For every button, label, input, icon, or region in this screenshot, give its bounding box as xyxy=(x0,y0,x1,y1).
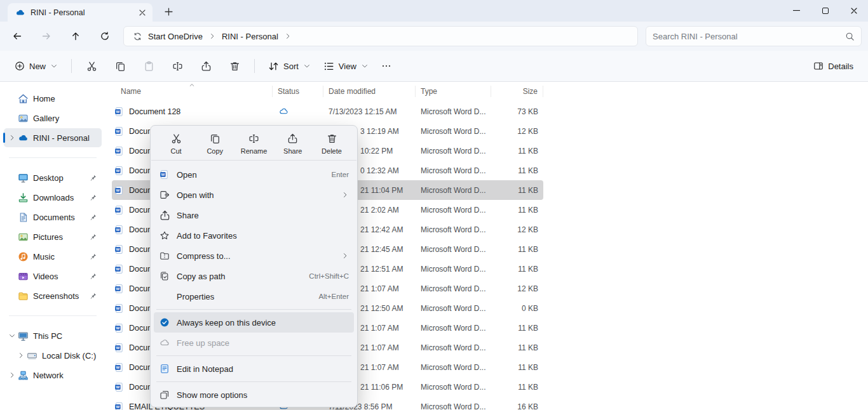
chevron-right-icon[interactable] xyxy=(7,134,17,142)
tab-close-icon[interactable] xyxy=(136,6,149,19)
maximize-button[interactable] xyxy=(811,0,839,21)
sidebar-separator xyxy=(9,315,97,316)
copy-icon xyxy=(210,133,220,144)
column-header-date-modified[interactable]: Date modified xyxy=(323,86,416,97)
breadcrumb-item-start-onedrive[interactable]: Start OneDrive xyxy=(128,29,208,44)
menu-item-free-up-space[interactable]: Free up space xyxy=(154,333,354,353)
refresh-button[interactable] xyxy=(94,26,116,46)
menu-item-open[interactable]: WOpenEnter xyxy=(154,164,354,185)
toolbar-actions xyxy=(79,55,247,77)
file-row-document-128[interactable]: WDocument 1287/13/2023 12:15 AMMicrosoft… xyxy=(112,102,543,121)
titlebar: RINI - Personal xyxy=(0,0,868,22)
word-icon: W xyxy=(114,264,125,274)
view-button[interactable]: View xyxy=(318,55,374,77)
quick-share-button[interactable]: Share xyxy=(278,131,308,157)
star-icon xyxy=(159,230,170,241)
rename-button[interactable] xyxy=(165,55,189,77)
file-size: 12 KB xyxy=(491,127,543,136)
column-header-name[interactable]: Name xyxy=(112,86,273,97)
menu-separator xyxy=(156,381,351,382)
menu-item-compress-to[interactable]: Compress to... xyxy=(154,246,354,266)
up-button[interactable] xyxy=(65,26,86,46)
menu-item-add-to-favorites[interactable]: Add to Favorites xyxy=(154,225,354,246)
word-icon: W xyxy=(114,343,125,353)
menu-item-copy-as-path[interactable]: Copy as pathCtrl+Shift+C xyxy=(154,266,354,286)
menu-item-label: Open xyxy=(177,170,325,180)
documents-icon xyxy=(17,212,30,223)
sort-button[interactable]: Sort xyxy=(262,55,316,77)
menu-item-label: Show more options xyxy=(177,390,349,400)
sidebar-item-label: Videos xyxy=(30,272,90,281)
new-button[interactable]: New xyxy=(9,55,64,77)
menu-item-open-with[interactable]: Open with xyxy=(154,185,354,205)
sidebar-item-local-disk-c[interactable]: Local Disk (C:) xyxy=(13,346,102,365)
file-type: Microsoft Word D... xyxy=(416,324,491,333)
sidebar-item-pictures[interactable]: Pictures xyxy=(4,227,102,246)
close-button[interactable] xyxy=(839,0,868,21)
chevron-right-icon[interactable] xyxy=(16,352,25,359)
view-button-label: View xyxy=(339,62,356,71)
explorer-tab[interactable]: RINI - Personal xyxy=(8,3,153,22)
chevron-down-icon xyxy=(50,62,58,70)
sidebar-item-rini-personal[interactable]: RINI - Personal xyxy=(4,128,102,147)
cut-button[interactable] xyxy=(79,55,104,77)
svg-text:W: W xyxy=(116,227,119,232)
copy-button[interactable] xyxy=(108,55,132,77)
status-cell xyxy=(273,107,323,116)
sidebar-item-network[interactable]: Network xyxy=(4,366,102,385)
sidebar-item-this-pc[interactable]: This PC xyxy=(4,326,102,345)
chevron-right-icon[interactable] xyxy=(7,371,17,379)
forward-button[interactable] xyxy=(36,26,57,46)
pin-icon xyxy=(90,233,97,241)
minimize-button[interactable] xyxy=(782,0,811,21)
search-input[interactable] xyxy=(653,32,845,41)
new-tab-button[interactable] xyxy=(160,3,177,20)
column-header-size[interactable]: Size xyxy=(491,86,543,97)
menu-item-edit-in-notepad[interactable]: Edit in Notepad xyxy=(154,359,354,379)
sidebar-separator xyxy=(9,157,97,158)
sidebar-item-videos[interactable]: Videos xyxy=(4,267,102,286)
chevron-down-icon[interactable] xyxy=(7,332,17,340)
sidebar-item-screenshots[interactable]: Screenshots xyxy=(4,286,102,305)
sidebar-item-gallery[interactable]: Gallery xyxy=(4,109,102,128)
back-button[interactable] xyxy=(6,26,28,46)
quick-delete-button[interactable]: Delete xyxy=(316,131,347,157)
svg-text:W: W xyxy=(116,247,119,251)
quick-copy-button[interactable]: Copy xyxy=(200,131,230,157)
more-options-button[interactable] xyxy=(376,55,397,77)
file-type: Microsoft Word D... xyxy=(416,383,491,392)
delete-icon xyxy=(327,133,337,144)
delete-button[interactable] xyxy=(222,55,247,77)
column-header-status[interactable]: Status xyxy=(273,86,323,97)
menu-item-properties[interactable]: PropertiesAlt+Enter xyxy=(154,286,354,307)
sidebar-item-label: Documents xyxy=(30,213,90,222)
sidebar-item-documents[interactable]: Documents xyxy=(4,208,102,227)
sidebar-item-desktop[interactable]: Desktop xyxy=(4,168,102,187)
show-more-icon xyxy=(159,390,170,400)
quick-action-label: Share xyxy=(283,147,302,155)
menu-separator xyxy=(156,309,351,310)
word-icon: W xyxy=(114,362,125,373)
breadcrumb-item-rini-personal[interactable]: RINI - Personal xyxy=(217,29,283,44)
file-size: 12 KB xyxy=(491,225,543,234)
quick-rename-button[interactable]: Rename xyxy=(239,131,269,157)
pin-icon xyxy=(90,272,97,280)
menu-item-share[interactable]: Share xyxy=(154,205,354,225)
menu-item-always-keep-on-this-device[interactable]: Always keep on this device xyxy=(154,312,354,333)
word-icon: W xyxy=(114,244,125,255)
quick-action-label: Delete xyxy=(322,147,342,155)
file-size: 12 KB xyxy=(491,284,543,293)
menu-item-label: Open with xyxy=(177,190,335,200)
sidebar-item-music[interactable]: Music xyxy=(4,247,102,266)
paste-button[interactable] xyxy=(137,55,161,77)
share-button[interactable] xyxy=(194,55,218,77)
menu-shortcut: Alt+Enter xyxy=(318,293,349,300)
quick-cut-button[interactable]: Cut xyxy=(161,131,191,157)
column-header-type[interactable]: Type xyxy=(416,86,491,97)
menu-item-show-more-options[interactable]: Show more options xyxy=(154,385,354,405)
sidebar-item-home[interactable]: Home xyxy=(4,89,102,108)
details-pane-button[interactable]: Details xyxy=(808,55,859,77)
sidebar-item-downloads[interactable]: Downloads xyxy=(4,188,102,207)
sort-button-label: Sort xyxy=(283,62,299,71)
address-bar[interactable]: Start OneDriveRINI - Personal xyxy=(123,26,638,46)
